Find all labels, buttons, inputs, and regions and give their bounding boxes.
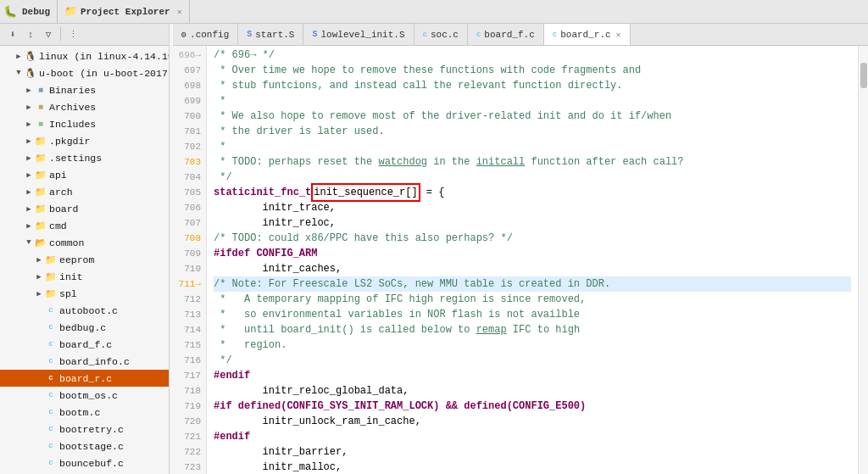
tree-arrow-settings: ▶ (24, 153, 34, 163)
filter-button[interactable]: ▽ (41, 27, 56, 42)
line-num-702: 702 (176, 139, 201, 154)
tree-item-settings[interactable]: ▶ 📁 .settings (0, 149, 169, 166)
code-editor[interactable]: 696→ 697 698 699 700 701 702 703 704 705… (173, 46, 868, 474)
tree-arrow-api: ▶ (24, 170, 34, 180)
tree-arrow-pkgdir: ▶ (24, 136, 34, 146)
tree-label-common: common (49, 237, 84, 248)
code-line-703: * TODO: perhaps reset the watchdog in th… (214, 154, 851, 170)
debug-section: 🐛 Debug (3, 0, 58, 23)
panel-header: ⬇ ↕ ▽ ⋮ (0, 24, 169, 46)
bootm-os-c-icon: c (44, 388, 58, 402)
tree-item-spl[interactable]: ▶ 📁 spl (0, 285, 169, 302)
tree-arrow-arch: ▶ (24, 187, 34, 197)
tree-arrow-includes: ▶ (24, 119, 34, 129)
common-icon: 📂 (34, 236, 47, 249)
config-file-icon: ⚙ (181, 30, 186, 40)
tree-item-bootm-os-c[interactable]: ▶ c bootm_os.c (0, 387, 169, 404)
code-line-702: * (214, 139, 851, 154)
linux-icon: 🐧 (24, 49, 37, 63)
line-num-723: 723 (176, 460, 201, 474)
tab-config[interactable]: ⚙ .config (173, 24, 238, 45)
tree-item-bootretry-c[interactable]: ▶ c bootretry.c (0, 421, 169, 438)
tree-item-includes[interactable]: ▶ ■ Includes (0, 115, 169, 132)
code-line-707: initr_reloc, (214, 215, 851, 231)
tree-item-arch[interactable]: ▶ 📁 arch (0, 183, 169, 200)
code-line-701: * the driver is later used. (214, 124, 851, 139)
tree-item-init[interactable]: ▶ 📁 init (0, 268, 169, 285)
line-num-712: 712 (176, 292, 201, 307)
line-num-711: 711→ (176, 276, 201, 292)
tree-item-board-info-c[interactable]: ▶ c board_info.c (0, 353, 169, 370)
code-content[interactable]: /* 696→ */ * Over time we hope to remove… (207, 46, 858, 474)
line-num-718: 718 (176, 383, 201, 399)
bug-icon: 🐛 (3, 5, 17, 19)
tree-arrow-board: ▶ (24, 204, 34, 214)
tree-item-linux[interactable]: ▶ 🐧 linux (in linux-4.14.199) (0, 47, 169, 64)
bootstage-c-icon: c (44, 439, 58, 453)
tree-item-common[interactable]: ▼ 📂 common (0, 234, 169, 251)
line-num-707: 707 (176, 215, 201, 231)
tree-item-cmd[interactable]: ▶ 📁 cmd (0, 217, 169, 234)
code-line-720: initr_unlock_ram_in_cache, (214, 414, 851, 429)
cmd-icon: 📁 (34, 219, 47, 232)
code-line-714: * until board_init() is called below to … (214, 322, 851, 337)
tree-item-bedbug-c[interactable]: ▶ c bedbug.c (0, 319, 169, 336)
api-icon: 📁 (34, 168, 47, 181)
archives-icon: ■ (34, 100, 47, 114)
tree-item-bootm-c[interactable]: ▶ c bootm.c (0, 404, 169, 421)
tab-start-s[interactable]: S start.S (238, 24, 303, 45)
project-explorer-section: 📁 Project Explorer ✕ (64, 0, 190, 23)
tree-item-board-r-c[interactable]: ▶ c board_r.c (0, 370, 169, 387)
right-panel: ⚙ .config S start.S S lowlevel_init.S c … (173, 24, 868, 474)
code-line-706: initr_trace, (214, 200, 851, 215)
tree-item-eeprom[interactable]: ▶ 📁 eeprom (0, 251, 169, 268)
tree-item-pkgdir[interactable]: ▶ 📁 .pkgdir (0, 132, 169, 149)
line-num-698: 698 (176, 78, 201, 93)
code-line-708: /* TODO: could x86/PPC have this also pe… (214, 231, 851, 246)
tree-item-bootstage-c[interactable]: ▶ c bootstage.c (0, 438, 169, 454)
tree-arrow-uboot: ▼ (14, 68, 24, 78)
tree-item-board[interactable]: ▶ 📁 board (0, 200, 169, 217)
tab-board-r-c-label: board_r.c (560, 30, 610, 40)
tree-item-autoboot-c[interactable]: ▶ c autoboot.c (0, 302, 169, 319)
tab-soc-c[interactable]: c soc.c (415, 24, 468, 45)
tab-board-f-c[interactable]: c board_f.c (468, 24, 544, 45)
tree-item-api[interactable]: ▶ 📁 api (0, 166, 169, 183)
tab-lowlevel-init-s[interactable]: S lowlevel_init.S (303, 24, 414, 45)
code-line-718: initr_reloc_global_data, (214, 383, 851, 399)
tab-board-r-c-close[interactable]: ✕ (616, 30, 621, 40)
debug-label[interactable]: Debug (22, 7, 50, 17)
code-line-704: */ (214, 170, 851, 185)
tree-item-bouncebuf-c[interactable]: ▶ c bouncebuf.c (0, 454, 169, 471)
tree-label-eeprom: eeprom (59, 254, 94, 265)
view-menu-button[interactable]: ⋮ (65, 27, 81, 42)
line-num-696: 696→ (176, 47, 201, 63)
line-num-703: 703 (176, 154, 201, 170)
code-line-696: /* 696→ */ (214, 47, 851, 63)
autoboot-c-icon: c (44, 304, 58, 317)
tab-board-r-c[interactable]: c board_r.c ✕ (544, 24, 631, 45)
link-editor-button[interactable]: ↕ (23, 27, 38, 42)
tree-item-board-f-c[interactable]: ▶ c board_f.c (0, 336, 169, 353)
code-line-722: initr_barrier, (214, 444, 851, 460)
binaries-icon: ■ (34, 83, 47, 97)
scrollbar-thumb[interactable] (860, 63, 867, 88)
code-line-723: initr_malloc, (214, 460, 851, 474)
code-line-705: static init_fnc_t init_sequence_r[] = { (214, 185, 851, 200)
tree-arrow-init: ▶ (34, 271, 44, 282)
close-icon[interactable]: ✕ (177, 7, 182, 17)
tree-label-binaries: Binaries (49, 85, 96, 96)
line-num-721: 721 (176, 429, 201, 444)
line-num-699: 699 (176, 93, 201, 109)
arch-icon: 📁 (34, 185, 47, 198)
vertical-scrollbar[interactable] (858, 46, 868, 474)
collapse-all-button[interactable]: ⬇ (5, 27, 20, 42)
tree-item-archives[interactable]: ▶ ■ Archives (0, 98, 169, 115)
project-explorer-label[interactable]: Project Explorer (81, 7, 170, 17)
tree-arrow-binaries: ▶ (24, 85, 34, 95)
line-num-697: 697 (176, 63, 201, 78)
start-s-icon: S (247, 30, 252, 39)
line-num-708: 708 (176, 231, 201, 246)
tree-item-uboot[interactable]: ▼ 🐧 u-boot (in u-boot-2017.07) (0, 64, 169, 81)
tree-item-binaries[interactable]: ▶ ■ Binaries (0, 81, 169, 98)
